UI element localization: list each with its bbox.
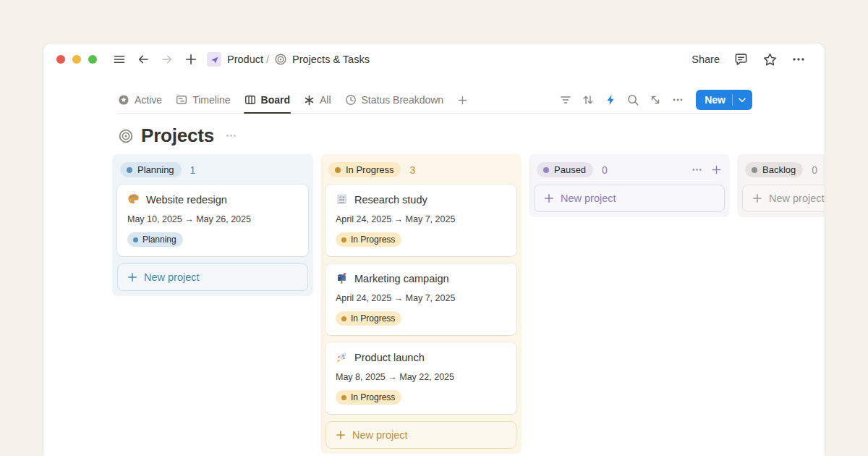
back-arrow-icon[interactable]	[137, 53, 150, 66]
more-options-icon[interactable]	[791, 52, 806, 67]
newspaper-icon	[336, 193, 348, 206]
comment-icon[interactable]	[733, 52, 749, 67]
card-date-range: May 8, 2025 → May 22, 2025	[336, 372, 506, 382]
tab-all[interactable]: All	[304, 87, 331, 113]
mailbox-icon	[336, 272, 348, 284]
titlebar: Product / Projects & Tasks Share	[43, 43, 825, 75]
zoom-window-button[interactable]	[88, 55, 97, 64]
column-count: 1	[190, 164, 196, 176]
status-dot	[543, 167, 549, 173]
card-date-range: April 24, 2025 → May 7, 2025	[336, 293, 506, 303]
breadcrumb-page[interactable]: Projects & Tasks	[274, 53, 370, 66]
expand-icon[interactable]	[646, 90, 665, 109]
palette-icon	[127, 193, 140, 206]
title-more-icon[interactable]	[225, 130, 237, 142]
status-dot	[127, 167, 132, 173]
status-pill-planning[interactable]: Planning	[120, 162, 182, 177]
chevron-down-icon[interactable]	[733, 98, 752, 103]
forward-arrow-icon[interactable]	[161, 53, 174, 66]
card-status-badge: In Progress	[336, 390, 401, 405]
traffic-lights	[56, 55, 97, 64]
tab-active[interactable]: Active	[118, 87, 162, 113]
card-status-badge: Planning	[127, 232, 183, 247]
board-icon	[244, 94, 256, 106]
view-tab-bar: Active Timeline Board All Status Breakdo…	[118, 87, 752, 114]
breadcrumb: Product / Projects & Tasks	[207, 52, 370, 67]
card-date-range: April 24, 2025 → May 7, 2025	[336, 214, 506, 224]
new-button[interactable]: New	[696, 90, 752, 110]
new-project-button[interactable]: New project	[117, 263, 308, 291]
clock-icon	[345, 94, 357, 106]
new-page-plus-icon[interactable]	[184, 53, 197, 66]
card-date-range: May 10, 2025 → May 26, 2025	[127, 214, 298, 224]
board-column-backlog: Backlog 0 New project	[737, 154, 825, 217]
filter-icon[interactable]	[556, 90, 575, 109]
view-more-icon[interactable]	[668, 90, 687, 109]
new-project-button[interactable]: New project	[326, 421, 516, 449]
target-icon	[118, 128, 134, 144]
hamburger-icon[interactable]	[113, 53, 126, 66]
search-icon[interactable]	[624, 90, 642, 109]
tab-board[interactable]: Board	[244, 87, 290, 113]
new-project-button[interactable]: New project	[534, 185, 725, 212]
kanban-board: Planning 1 Website redesign May 10, 2025…	[112, 154, 825, 454]
favorite-star-icon[interactable]	[762, 52, 778, 67]
share-button[interactable]: Share	[692, 54, 720, 65]
board-column-paused: Paused 0 New project	[529, 154, 730, 217]
add-view-button[interactable]	[457, 87, 468, 113]
breadcrumb-separator: /	[266, 54, 269, 65]
plus-icon	[127, 272, 137, 282]
status-pill-backlog[interactable]: Backlog	[745, 162, 803, 177]
tab-timeline[interactable]: Timeline	[176, 87, 230, 113]
column-more-icon[interactable]	[692, 164, 702, 175]
column-count: 0	[602, 164, 608, 176]
tab-status-breakdown[interactable]: Status Breakdown	[345, 87, 444, 113]
card-status-badge: In Progress	[336, 232, 401, 247]
lightning-icon[interactable]	[601, 90, 620, 109]
project-card-research-study[interactable]: Research study April 24, 2025 → May 7, 2…	[326, 185, 516, 256]
project-card-marketing-campaign[interactable]: Marketing campaign April 24, 2025 → May …	[326, 263, 516, 335]
status-dot	[335, 167, 341, 173]
new-project-button[interactable]: New project	[742, 185, 825, 212]
status-pill-in-progress[interactable]: In Progress	[328, 162, 401, 177]
card-status-badge: In Progress	[336, 311, 401, 326]
app-window: Product / Projects & Tasks Share A	[43, 43, 825, 456]
breadcrumb-workspace[interactable]: Product	[227, 54, 263, 65]
breadcrumb-page-title: Projects & Tasks	[292, 54, 370, 65]
rocket-icon	[336, 351, 348, 363]
asterisk-icon	[304, 95, 315, 106]
board-column-in-progress: In Progress 3 Research study April 24, 2…	[320, 154, 522, 454]
page-title[interactable]: Projects	[141, 124, 214, 147]
board-column-planning: Planning 1 Website redesign May 10, 2025…	[112, 154, 313, 296]
star-circle-icon	[118, 94, 129, 106]
timeline-icon	[176, 94, 187, 106]
column-count: 0	[812, 164, 817, 176]
project-card-website-redesign[interactable]: Website redesign May 10, 2025 → May 26, …	[117, 185, 308, 256]
column-add-icon[interactable]	[711, 164, 722, 175]
sort-icon[interactable]	[579, 90, 597, 109]
plus-icon	[752, 193, 762, 203]
column-count: 3	[409, 164, 415, 176]
status-pill-paused[interactable]: Paused	[537, 162, 593, 177]
status-dot	[752, 167, 757, 173]
close-window-button[interactable]	[56, 55, 65, 64]
plus-icon	[457, 95, 468, 106]
minimize-window-button[interactable]	[72, 55, 81, 64]
plus-icon	[544, 193, 554, 203]
target-icon	[274, 53, 287, 66]
plus-icon	[336, 430, 346, 440]
workspace-arrow-icon[interactable]	[207, 52, 221, 67]
project-card-product-launch[interactable]: Product launch May 8, 2025 → May 22, 202…	[326, 342, 516, 414]
